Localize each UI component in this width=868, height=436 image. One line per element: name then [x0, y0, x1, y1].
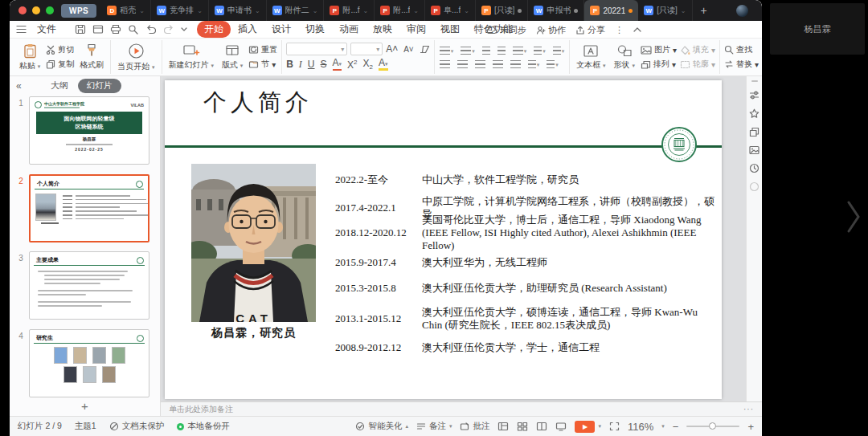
tab-document[interactable]: P 阜...f ⌄	[425, 0, 476, 21]
increase-font-button[interactable]: A˄	[386, 43, 398, 55]
picture-button[interactable]: 图片 ▾	[641, 44, 677, 55]
minimize-window-button[interactable]	[32, 6, 40, 14]
notes-button[interactable]: 备注▾	[416, 421, 452, 432]
fullscreen-button[interactable]	[609, 422, 620, 431]
superscript-button[interactable]: X2	[347, 59, 357, 71]
strikethrough-button[interactable]: S	[321, 59, 327, 70]
distribute-button[interactable]	[510, 59, 522, 69]
font-family-select[interactable]: ▾	[286, 43, 347, 55]
align-right-button[interactable]	[474, 59, 486, 69]
play-from-current-page-button[interactable]: 当页开始 ▾	[115, 42, 157, 73]
tab-document[interactable]: W 竞争排 ⌄	[151, 0, 209, 21]
panel-handle[interactable]	[751, 80, 758, 82]
subscript-button[interactable]: X2	[363, 58, 373, 71]
menu-design[interactable]: 设计	[264, 21, 298, 38]
tab-docer[interactable]: D 稻壳 ⌄	[101, 0, 151, 21]
layout-button[interactable]: 版式 ▾	[219, 43, 245, 71]
menu-file[interactable]: 文件	[30, 21, 63, 38]
smart-beautify-button[interactable]: 智能美化▴	[355, 421, 408, 432]
zoom-percent[interactable]: 116%	[628, 421, 653, 433]
menu-insert[interactable]: 插入	[231, 21, 264, 38]
beautify-star-icon[interactable]	[749, 108, 760, 119]
tab-document[interactable]: W 附件二 ⌄	[267, 0, 325, 21]
tab-document-active[interactable]: P 20221	[584, 0, 638, 21]
slide-editor[interactable]: 个人简介	[165, 80, 722, 399]
tab-document[interactable]: P 附...f ⌄	[375, 0, 425, 21]
reading-view-button[interactable]	[536, 422, 547, 431]
document-protect-status[interactable]: 文档未保护	[109, 421, 165, 432]
tab-document[interactable]: W 申报书	[528, 0, 584, 21]
font-color-button[interactable]: A▾	[333, 58, 342, 71]
menu-view[interactable]: 视图	[433, 21, 467, 38]
menu-home[interactable]: 开始	[197, 21, 231, 38]
collapse-panel-icon[interactable]: «	[10, 80, 28, 92]
text-box-button[interactable]: 文本框 ▾	[574, 43, 608, 71]
collapse-ribbon-icon[interactable]	[633, 27, 641, 32]
add-slide-button[interactable]: +	[10, 399, 160, 413]
text-tools-button[interactable]: ▾	[546, 59, 559, 69]
bold-button[interactable]: B	[286, 59, 293, 70]
italic-button[interactable]: I	[299, 59, 302, 71]
cut-button[interactable]: 剪切	[46, 44, 74, 55]
theme-label[interactable]: 主题1	[75, 421, 96, 432]
slide-thumbnail-4[interactable]: 研究生	[29, 329, 149, 397]
replace-button[interactable]: 替换 ▾	[724, 59, 759, 70]
slides-tab[interactable]: 幻灯片	[78, 79, 121, 93]
zoom-window-button[interactable]	[46, 6, 54, 14]
redo-icon[interactable]	[160, 24, 178, 35]
zoom-slider[interactable]	[686, 426, 739, 427]
fill-button[interactable]: 填充 ▾	[680, 44, 715, 55]
zoom-caret-icon[interactable]: ▾	[661, 423, 665, 430]
properties-sliders-icon[interactable]	[749, 90, 760, 100]
save-icon[interactable]	[72, 24, 89, 35]
outline-tab[interactable]: 大纲	[51, 79, 68, 92]
new-tab-button[interactable]: +	[693, 4, 715, 17]
account-avatar[interactable]	[736, 5, 748, 17]
history-icon[interactable]	[749, 163, 760, 173]
reset-slide-button[interactable]: 重置	[248, 44, 277, 55]
local-backup-status[interactable]: 本地备份开	[177, 421, 230, 432]
menu-slideshow[interactable]: 放映	[366, 21, 399, 38]
hamburger-menu-icon[interactable]	[10, 25, 30, 34]
paste-button[interactable]: 粘贴 ▾	[17, 43, 43, 72]
zoom-in-button[interactable]: +	[747, 421, 754, 433]
menu-transition[interactable]: 切换	[298, 21, 332, 38]
slide-sorter-view-button[interactable]	[517, 422, 528, 431]
highlight-button[interactable]: A▾	[379, 59, 388, 71]
wps-home-button[interactable]: WPS	[61, 4, 96, 18]
slide-thumbnail-2-selected[interactable]: 个人简介	[29, 174, 149, 242]
section-button[interactable]: 节 ▾	[248, 59, 277, 70]
menu-review[interactable]: 审阅	[399, 21, 433, 38]
numbered-list-button[interactable]: ▾	[460, 46, 476, 55]
tab-document[interactable]: P 附...f ⌄	[324, 0, 375, 21]
more-actions-caret-icon[interactable]	[178, 27, 190, 31]
align-center-button[interactable]	[457, 59, 469, 69]
print-icon[interactable]	[107, 24, 125, 35]
slide-thumbnail-3[interactable]: 主要成果	[29, 251, 149, 320]
slide-thumbnail-1[interactable]: 中山大学软件工程学院 VILAB 面向物联网的轻量级 区块链系统 杨昌霖 202…	[29, 96, 149, 165]
print-preview-icon[interactable]	[125, 24, 142, 35]
slideshow-view-icon[interactable]	[89, 24, 107, 35]
align-left-button[interactable]	[439, 59, 451, 69]
outline-button[interactable]: 轮廓 ▾	[680, 59, 715, 70]
columns-button[interactable]: ▾	[527, 59, 541, 69]
tab-document[interactable]: W [只读] ⌄	[638, 0, 692, 21]
shapes-button[interactable]: 形状 ▾	[612, 43, 637, 71]
decrease-indent-button[interactable]	[481, 46, 491, 55]
collaborate-button[interactable]: 协作	[536, 24, 566, 36]
text-direction-button[interactable]: ▾	[512, 46, 528, 55]
line-spacing-button[interactable]: ▾	[533, 46, 547, 55]
more-menu-icon[interactable]: ⋮	[615, 25, 624, 35]
copy-button[interactable]: 复制	[46, 59, 74, 70]
notes-more-icon[interactable]: ···	[743, 405, 754, 414]
expand-chevron-icon[interactable]	[845, 199, 862, 238]
participant-video-tile[interactable]: 杨昌霖	[770, 3, 865, 55]
undo-icon[interactable]	[142, 24, 160, 35]
image-tools-icon[interactable]	[749, 145, 760, 155]
notes-bar[interactable]: 单击此处添加备注 ···	[161, 401, 762, 416]
play-slideshow-button[interactable]: ▶▾	[575, 421, 601, 433]
close-window-button[interactable]	[18, 6, 27, 14]
font-size-select[interactable]: ▾	[350, 43, 383, 55]
justify-button[interactable]	[492, 59, 504, 69]
arrange-button[interactable]: 排列 ▾	[641, 59, 677, 70]
